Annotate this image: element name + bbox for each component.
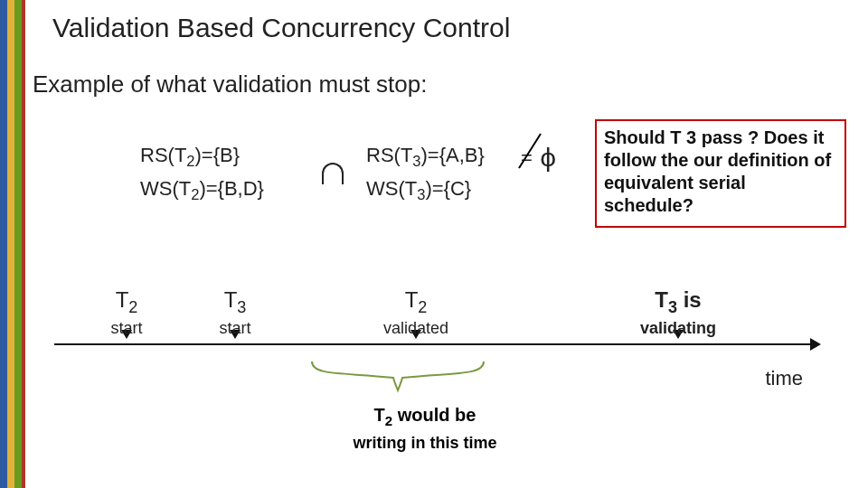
event-label-sub: 2 [128, 298, 137, 316]
ws-t2-label: WS(T [140, 177, 191, 200]
slide-title: Validation Based Concurrency Control [52, 13, 510, 43]
event-label-text: T [116, 287, 129, 312]
rs-t3-sub: 3 [412, 153, 420, 169]
t2-write-line2: writing in this time [326, 434, 524, 453]
rs-t3: RS(T3)={A,B} [366, 140, 485, 174]
event-t3-validating: T3 is validating [624, 287, 732, 338]
event-t2-start-sub: start [72, 319, 181, 338]
event-t2-val-main: T2 [362, 287, 470, 317]
event-t3-val-sub: validating [624, 319, 732, 338]
slide-accent-sidebar [0, 0, 27, 488]
event-t3-start: T3 start [181, 287, 289, 338]
phi-glyph: ϕ [540, 143, 556, 173]
rs-t2: RS(T2)={B} [140, 140, 264, 174]
ws-t3-sub: 3 [417, 186, 425, 202]
t2-write-annotation: T2 would be writing in this time [326, 405, 524, 453]
rs-t2-val: )={B} [195, 144, 241, 166]
event-t3-val-main: T3 is [624, 287, 732, 317]
event-label-text: T [405, 287, 419, 312]
accent-stripe-green [14, 0, 22, 488]
event-label-sub: 3 [668, 298, 677, 316]
event-t2-validated: T2 validated [362, 287, 470, 338]
rs-t3-label: RS(T [366, 144, 412, 166]
event-t2-val-sub: validated [362, 319, 470, 338]
not-equal-icon: = [521, 146, 533, 170]
ws-t2-val: )={B,D} [199, 177, 264, 200]
sets-t2: RS(T2)={B} WS(T2)={B,D} [140, 140, 264, 207]
ws-t3: WS(T3)={C} [366, 174, 485, 207]
event-t3-start-sub: start [181, 319, 289, 338]
question-callout: Should T 3 pass ? Does it follow the our… [595, 119, 846, 228]
ws-t2: WS(T2)={B,D} [140, 174, 264, 207]
ws-t3-label: WS(T [366, 177, 417, 200]
slide-subtitle: Example of what validation must stop: [33, 70, 427, 99]
event-label-tail: is [677, 287, 702, 312]
t2-write-text: T [374, 405, 385, 425]
accent-stripe-yellow [7, 0, 14, 488]
event-label-sub: 2 [418, 298, 427, 316]
intersection-icon [322, 163, 344, 184]
event-t2-start: T2 start [72, 287, 181, 338]
accent-stripe-blue [0, 0, 7, 488]
event-t2-start-main: T2 [72, 287, 181, 317]
time-axis-label: time [765, 367, 803, 390]
rs-t3-val: )={A,B} [421, 144, 485, 166]
accent-stripe-red [22, 0, 25, 488]
event-label-text: T [224, 287, 238, 312]
rs-t2-label: RS(T [140, 144, 186, 166]
event-label-text: T [655, 287, 668, 312]
curly-brace-icon [307, 360, 488, 396]
timeline-axis [54, 343, 814, 345]
not-equal-phi: = ϕ [521, 143, 556, 173]
ws-t3-val: )={C} [425, 177, 471, 200]
t2-write-line1: T2 would be [326, 405, 524, 428]
t2-write-sub: 2 [385, 413, 392, 428]
sets-t3: RS(T3)={A,B} WS(T3)={C} [366, 140, 485, 207]
event-label-sub: 3 [237, 298, 246, 316]
ws-t2-sub: 2 [191, 186, 199, 202]
rs-t2-sub: 2 [186, 153, 194, 169]
equals-glyph: = [521, 146, 533, 169]
timeline-arrowhead-icon [810, 338, 821, 351]
t2-write-tail: would be [392, 405, 476, 425]
event-t3-start-main: T3 [181, 287, 289, 317]
